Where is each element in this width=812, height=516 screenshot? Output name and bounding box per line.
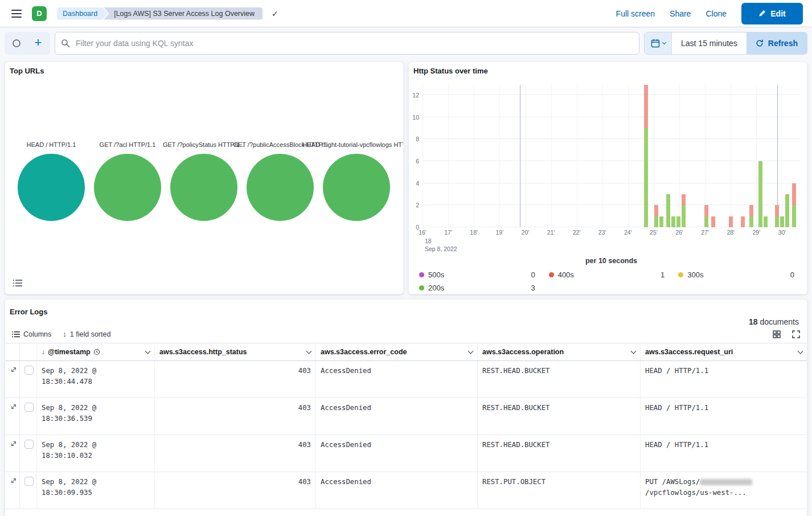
expand-document-button[interactable] bbox=[10, 366, 18, 374]
filter-controls-button[interactable] bbox=[6, 33, 27, 54]
add-control-button[interactable]: + bbox=[27, 33, 49, 54]
y-tick-label: 2 bbox=[416, 202, 419, 208]
calendar-icon bbox=[651, 39, 660, 48]
column-menu-chevron-icon[interactable] bbox=[145, 348, 151, 354]
column-header[interactable]: ↓@timestamp bbox=[37, 343, 155, 361]
http-status-chart: 024681012 16'17'18'19'20'21'22'23'24'25'… bbox=[409, 85, 800, 294]
top-urls-pies: HEAD / HTTP/1.1GET /?acl HTTP/1.1GET /?p… bbox=[5, 141, 403, 221]
pie-slice[interactable] bbox=[18, 154, 85, 221]
legend-item[interactable]: 500s0 bbox=[419, 271, 535, 279]
top-navbar: D Dashboard [Logs AWS] S3 Server Access … bbox=[0, 0, 812, 27]
x-tick-label: 26' bbox=[675, 229, 683, 236]
pie-slice[interactable] bbox=[247, 154, 314, 221]
row-checkbox[interactable] bbox=[24, 403, 34, 412]
row-checkbox[interactable] bbox=[24, 477, 34, 486]
refresh-button[interactable]: Refresh bbox=[747, 32, 807, 54]
legend-item[interactable]: 300s0 bbox=[678, 271, 794, 279]
column-header[interactable]: aws.s3access.http_status bbox=[155, 343, 316, 361]
http-chart-hour-label: 18 Sep 8, 2022 bbox=[425, 237, 457, 253]
hour-label: 18 bbox=[425, 237, 457, 245]
y-tick-label: 10 bbox=[412, 114, 419, 121]
x-axis-title: per 10 seconds bbox=[423, 257, 800, 265]
breadcrumb-dashboard[interactable]: Dashboard bbox=[57, 7, 108, 20]
row-checkbox[interactable] bbox=[24, 366, 34, 375]
bar-10s-bucket[interactable] bbox=[764, 85, 768, 227]
cell-error-code: AccessDenied bbox=[316, 398, 478, 435]
pie-slice[interactable] bbox=[94, 154, 161, 221]
space-avatar[interactable]: D bbox=[32, 6, 47, 21]
fullscreen-table-button[interactable] bbox=[792, 329, 800, 339]
table-row: Sep 8, 2022 @ 18:30:09.935403AccessDenie… bbox=[5, 472, 807, 509]
column-menu-chevron-icon[interactable] bbox=[468, 348, 474, 354]
query-bar: + Last 15 minutes Refresh bbox=[0, 27, 812, 59]
bar-10s-bucket[interactable] bbox=[749, 85, 753, 227]
bar-10s-bucket[interactable] bbox=[682, 85, 686, 227]
bar-10s-bucket[interactable] bbox=[704, 85, 708, 227]
bar-10s-bucket[interactable] bbox=[729, 85, 733, 227]
legend-item[interactable]: 200s3 bbox=[419, 284, 535, 292]
saved-check-icon: ✓ bbox=[272, 9, 278, 18]
share-link[interactable]: Share bbox=[670, 9, 691, 18]
bar-10s-bucket[interactable] bbox=[711, 85, 715, 227]
column-header[interactable]: aws.s3access.operation bbox=[478, 343, 641, 361]
time-range-button[interactable]: Last 15 minutes bbox=[672, 32, 747, 54]
bar-10s-bucket[interactable] bbox=[785, 85, 789, 227]
kql-search-input[interactable] bbox=[75, 38, 633, 48]
cell-timestamp: Sep 8, 2022 @ 18:30:44.478 bbox=[37, 361, 155, 398]
x-tick-label: 30' bbox=[778, 229, 786, 236]
columns-button[interactable]: Columns bbox=[12, 329, 51, 339]
column-menu-chevron-icon[interactable] bbox=[798, 348, 803, 354]
fullscreen-icon bbox=[792, 330, 800, 338]
legend-label: 400s bbox=[558, 271, 574, 279]
date-label: Sep 8, 2022 bbox=[425, 245, 457, 253]
pie-slice[interactable] bbox=[323, 154, 390, 221]
row-select-cell bbox=[20, 472, 37, 509]
x-tick-label: 21' bbox=[547, 229, 555, 236]
bar-10s-bucket[interactable] bbox=[671, 85, 675, 227]
sort-icon: ↕ bbox=[63, 330, 67, 338]
row-checkbox[interactable] bbox=[24, 440, 34, 449]
cell-timestamp: Sep 8, 2022 @ 18:30:09.935 bbox=[37, 472, 155, 509]
sort-desc-icon: ↓ bbox=[42, 348, 45, 356]
column-header[interactable]: aws.s3access.request_uri bbox=[641, 343, 807, 361]
bar-10s-bucket[interactable] bbox=[775, 85, 779, 227]
edit-button[interactable]: Edit bbox=[741, 3, 803, 24]
pie-slice[interactable] bbox=[170, 154, 237, 221]
legend-toggle-button[interactable] bbox=[11, 277, 24, 289]
expand-document-button[interactable] bbox=[10, 440, 18, 448]
menu-button[interactable] bbox=[9, 7, 24, 21]
column-menu-chevron-icon[interactable] bbox=[631, 348, 637, 354]
bar-10s-bucket[interactable] bbox=[741, 85, 745, 227]
bar-10s-bucket[interactable] bbox=[666, 85, 670, 227]
column-header[interactable]: aws.s3access.error_code bbox=[316, 343, 478, 361]
legend-value: 0 bbox=[790, 271, 794, 279]
legend-dot bbox=[419, 285, 424, 290]
pie-label: GET /?acl HTTP/1.1 bbox=[100, 141, 156, 148]
error-logs-table-header: ↓@timestampaws.s3access.http_statusaws.s… bbox=[5, 343, 807, 361]
display-options-button[interactable] bbox=[773, 329, 781, 339]
column-menu-chevron-icon[interactable] bbox=[306, 348, 312, 354]
date-quick-menu-button[interactable] bbox=[645, 32, 672, 54]
bar-10s-bucket[interactable] bbox=[758, 85, 762, 227]
redacted-account-id bbox=[700, 479, 752, 485]
http-chart-plot bbox=[423, 85, 800, 227]
sort-fields-button[interactable]: ↕ 1 field sorted bbox=[63, 329, 110, 339]
bar-10s-bucket[interactable] bbox=[780, 85, 784, 227]
x-tick-label: 25' bbox=[650, 229, 658, 236]
expand-document-button[interactable] bbox=[10, 403, 18, 411]
breadcrumb-current-page: [Logs AWS] S3 Server Access Log Overview bbox=[104, 7, 263, 20]
legend-item[interactable]: 400s1 bbox=[549, 271, 665, 279]
bar-10s-bucket[interactable] bbox=[654, 85, 658, 227]
cell-operation: REST.HEAD.BUCKET bbox=[478, 361, 641, 398]
bar-10s-bucket[interactable] bbox=[676, 85, 680, 227]
edit-button-label: Edit bbox=[770, 9, 785, 18]
bar-10s-bucket[interactable] bbox=[792, 85, 796, 227]
document-count-value: 18 bbox=[749, 317, 758, 326]
full-screen-link[interactable]: Full screen bbox=[616, 9, 655, 18]
clone-link[interactable]: Clone bbox=[706, 9, 727, 18]
bar-10s-bucket[interactable] bbox=[659, 85, 663, 227]
expand-document-button[interactable] bbox=[10, 477, 18, 485]
row-expand-cell bbox=[5, 398, 20, 435]
time-marker-line bbox=[520, 85, 520, 227]
bar-10s-bucket[interactable] bbox=[644, 85, 648, 227]
